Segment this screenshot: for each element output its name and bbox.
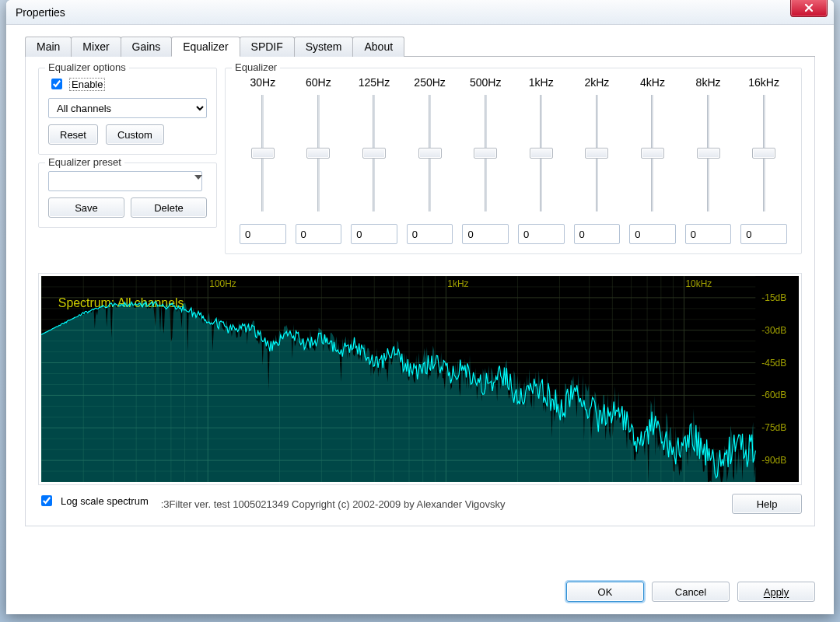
- band-label: 4kHz: [625, 76, 681, 89]
- tab-system[interactable]: System: [294, 37, 354, 57]
- eq-value-125Hz[interactable]: [351, 224, 397, 244]
- eq-slider-125Hz[interactable]: [362, 95, 386, 211]
- slider-thumb[interactable]: [641, 148, 664, 159]
- band-label: 1kHz: [513, 76, 569, 89]
- svg-text:-75dB: -75dB: [761, 422, 786, 433]
- eq-slider-4kHz[interactable]: [641, 95, 664, 211]
- save-preset-button[interactable]: Save: [48, 197, 124, 218]
- band-label: 250Hz: [402, 76, 458, 89]
- tab-content: Equalizer options Enable All channels Re…: [25, 57, 815, 526]
- close-icon: [804, 3, 814, 12]
- eq-value-500Hz[interactable]: [462, 224, 509, 244]
- enable-eq[interactable]: Enable: [48, 76, 207, 92]
- close-button[interactable]: [790, 0, 828, 17]
- log-scale-label: Log scale spectrum: [59, 495, 150, 507]
- eq-slider-60Hz[interactable]: [306, 95, 330, 211]
- enable-eq-label: Enable: [69, 78, 105, 91]
- svg-text:-45dB: -45dB: [761, 358, 786, 369]
- svg-text:100Hz: 100Hz: [209, 278, 236, 289]
- svg-text:-60dB: -60dB: [761, 390, 786, 400]
- tab-gains[interactable]: Gains: [121, 37, 173, 57]
- tab-mixer[interactable]: Mixer: [71, 37, 121, 57]
- eq-slider-8kHz[interactable]: [697, 95, 720, 211]
- eq-options-group: Equalizer options Enable All channels Re…: [38, 68, 217, 155]
- band-label: 500Hz: [457, 76, 513, 89]
- band-label: 125Hz: [346, 76, 402, 89]
- eq-value-1kHz[interactable]: [518, 224, 565, 244]
- eq-slider-16kHz[interactable]: [752, 95, 775, 211]
- svg-text:-15dB: -15dB: [761, 292, 786, 303]
- properties-window: Properties Main Mixer Gains Equalizer SP…: [6, 0, 834, 614]
- channel-select[interactable]: All channels: [48, 98, 207, 118]
- equalizer-group: Equalizer 30Hz 60Hz 125Hz 250Hz 500Hz 1k…: [225, 68, 802, 254]
- band-label: 16kHz: [736, 76, 792, 89]
- eq-value-4kHz[interactable]: [629, 224, 676, 244]
- preset-group: Equalizer preset Save Delete: [38, 162, 217, 228]
- help-button[interactable]: Help: [732, 494, 802, 514]
- ok-button[interactable]: OK: [566, 582, 644, 602]
- slider-thumb[interactable]: [752, 148, 775, 159]
- chevron-down-icon[interactable]: [194, 175, 202, 180]
- tab-main[interactable]: Main: [25, 37, 72, 57]
- preset-legend: Equalizer preset: [45, 156, 124, 168]
- eq-options-legend: Equalizer options: [45, 61, 129, 73]
- band-label: 8kHz: [681, 76, 737, 89]
- equalizer-legend: Equalizer: [232, 61, 280, 73]
- slider-thumb[interactable]: [697, 148, 720, 159]
- preset-input[interactable]: [48, 171, 202, 191]
- svg-text:1kHz: 1kHz: [447, 278, 468, 289]
- svg-text:-30dB: -30dB: [761, 325, 786, 336]
- svg-text:10kHz: 10kHz: [685, 278, 712, 289]
- slider-thumb[interactable]: [306, 148, 330, 159]
- eq-value-8kHz[interactable]: [685, 224, 732, 244]
- dialog-buttons: OK Cancel Apply: [566, 582, 815, 602]
- enable-eq-checkbox[interactable]: [51, 79, 62, 89]
- log-scale[interactable]: Log scale spectrum: [38, 493, 150, 508]
- eq-slider-30Hz[interactable]: [251, 95, 275, 211]
- window-title: Properties: [16, 6, 65, 19]
- custom-button[interactable]: Custom: [106, 124, 164, 145]
- eq-value-250Hz[interactable]: [407, 224, 453, 244]
- tab-equalizer[interactable]: Equalizer: [171, 37, 240, 57]
- cancel-button[interactable]: Cancel: [652, 582, 730, 602]
- band-label: 60Hz: [291, 76, 347, 89]
- slider-thumb[interactable]: [362, 148, 386, 159]
- tab-spdif[interactable]: SPDIF: [240, 37, 295, 57]
- log-scale-checkbox[interactable]: [41, 495, 52, 506]
- eq-value-16kHz[interactable]: [740, 224, 787, 244]
- eq-value-2kHz[interactable]: [574, 224, 621, 244]
- slider-thumb[interactable]: [585, 148, 608, 159]
- slider-thumb[interactable]: [251, 148, 275, 159]
- slider-thumb[interactable]: [474, 148, 497, 159]
- delete-preset-button[interactable]: Delete: [131, 197, 207, 218]
- eq-slider-1kHz[interactable]: [530, 95, 553, 211]
- tab-about[interactable]: About: [352, 37, 404, 57]
- eq-value-60Hz[interactable]: [296, 224, 342, 244]
- slider-thumb[interactable]: [530, 148, 553, 159]
- spectrum-chart: 100Hz1kHz10kHz-15dB-30dB-45dB-60dB-75dB-…: [41, 276, 799, 482]
- apply-label: Apply: [764, 586, 789, 598]
- eq-value-30Hz[interactable]: [240, 224, 286, 244]
- spectrum-panel: 100Hz1kHz10kHz-15dB-30dB-45dB-60dB-75dB-…: [38, 273, 802, 485]
- tabstrip: Main Mixer Gains Equalizer SPDIF System …: [25, 36, 815, 57]
- eq-slider-2kHz[interactable]: [585, 95, 608, 211]
- band-label: 30Hz: [235, 76, 291, 89]
- reset-button[interactable]: Reset: [48, 124, 98, 145]
- apply-button[interactable]: Apply: [737, 582, 815, 602]
- eq-slider-500Hz[interactable]: [474, 95, 497, 211]
- band-label: 2kHz: [569, 76, 625, 89]
- copyright-text: :3Filter ver. test 1005021349 Copyright …: [161, 498, 721, 510]
- titlebar[interactable]: Properties: [6, 0, 834, 25]
- eq-slider-250Hz[interactable]: [418, 95, 442, 211]
- svg-text:-90dB: -90dB: [761, 455, 786, 466]
- slider-thumb[interactable]: [418, 148, 442, 159]
